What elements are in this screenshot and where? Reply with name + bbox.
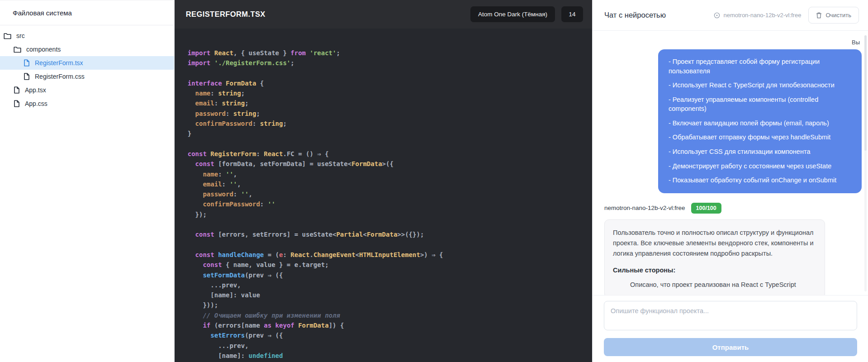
chat-scrollbar	[864, 35, 867, 291]
assistant-meta-row: nemotron-nano-12b-v2-vl:free 100/100	[604, 203, 862, 214]
code-line: });	[188, 210, 583, 219]
file-label: src	[16, 32, 25, 39]
file-explorer-header: Файловая система	[0, 0, 174, 25]
user-label: Вы	[604, 39, 860, 46]
model-indicator: nemotron-nano-12b-v2-vl:free	[714, 12, 801, 19]
file-icon	[24, 59, 30, 67]
folder-icon	[14, 46, 21, 53]
code-line: ...prev,	[188, 341, 583, 351]
editor-header: REGISTERFORM.TSX Atom One Dark (Тёмная) …	[175, 0, 592, 29]
status-circle-icon	[714, 12, 720, 19]
code-line: setErrors(prev ⇒ ({	[188, 330, 583, 340]
theme-select[interactable]: Atom One Dark (Тёмная)	[470, 6, 555, 22]
chat-scrollbar-thumb[interactable]	[864, 35, 867, 151]
chat-messages: Вы - Проект представляет собой форму рег…	[593, 31, 868, 295]
code-line: const handleChange = (e: React.ChangeEve…	[188, 250, 583, 260]
file-icon	[24, 73, 30, 80]
code-line: password: '',	[188, 189, 583, 199]
user-message-line: - Использует React с TypeScript для типо…	[669, 81, 853, 90]
score-badge: 100/100	[691, 203, 721, 214]
app-root: Файловая система srccomponentsRegisterFo…	[0, 0, 868, 362]
folder-icon	[4, 33, 11, 39]
code-line: }	[188, 129, 583, 138]
code-area[interactable]: import React, { useState } from 'react';…	[175, 29, 592, 362]
assistant-paragraph: Пользователь точно и полностью описал ст…	[613, 228, 816, 259]
chat-title: Чат с нейросетью	[604, 11, 666, 19]
user-message-line: - Проект представляет собой форму регист…	[669, 57, 853, 76]
user-message-line: - Включает валидацию полей формы (email,…	[669, 119, 853, 128]
sidebar-item-components[interactable]: components	[0, 43, 174, 56]
chat-input[interactable]	[604, 301, 857, 330]
code-line: ...prev,	[188, 280, 583, 290]
trash-icon	[816, 12, 822, 19]
code-line: const { name, value } = e.target;	[188, 260, 583, 270]
file-icon	[14, 86, 20, 94]
code-line: interface FormData {	[188, 78, 583, 88]
clear-chat-button[interactable]: Очистить	[808, 7, 859, 24]
code-line	[188, 68, 583, 78]
font-size-input[interactable]: 14	[561, 6, 583, 22]
model-name-header: nemotron-nano-12b-v2-vl:free	[723, 12, 801, 19]
file-tree: srccomponentsRegisterForm.tsxRegisterFor…	[0, 25, 174, 110]
code-line	[188, 219, 583, 229]
sidebar-item-src[interactable]: src	[0, 29, 174, 43]
file-label: App.css	[25, 100, 47, 107]
code-line: confirmPassword: string;	[188, 119, 583, 129]
send-button[interactable]: Отправить	[604, 338, 857, 356]
assistant-point: Описано, что проект реализован на React …	[613, 280, 816, 290]
user-message-line: - Демонстрирует работу с состоянием чере…	[669, 162, 853, 171]
editor-controls: Atom One Dark (Тёмная) 14	[470, 6, 583, 22]
code-line: // Очищаем ошибку при изменении поля	[188, 310, 583, 320]
code-line: const RegisterForm: React.FC = () ⇒ {	[188, 149, 583, 159]
code-line: import './RegisterForm.css';	[188, 58, 583, 68]
code-line	[188, 139, 583, 149]
code-line: import React, { useState } from 'react';	[188, 48, 583, 58]
code-line: const [errors, setErrors] = useState<Par…	[188, 229, 583, 239]
file-label: RegisterForm.tsx	[35, 59, 83, 67]
code-line: if (errors[name as keyof FormData]) {	[188, 320, 583, 330]
code-editor-panel: REGISTERFORM.TSX Atom One Dark (Тёмная) …	[175, 0, 592, 362]
clear-chat-label: Очистить	[825, 12, 851, 19]
file-label: App.tsx	[25, 86, 46, 94]
file-label: components	[26, 46, 61, 53]
user-message-line: - Реализует управляемые компоненты (cont…	[669, 95, 853, 114]
code-line: email: '',	[188, 179, 583, 189]
sidebar-item-App.tsx[interactable]: App.tsx	[0, 83, 174, 97]
code-line: password: string;	[188, 109, 583, 119]
chat-composer: Отправить	[593, 295, 868, 362]
code-line	[188, 240, 583, 250]
code-line: }));	[188, 300, 583, 310]
code-line: setFormData(prev ⇒ ({	[188, 270, 583, 280]
user-message-line: - Показывает обработку событий onChange …	[669, 176, 853, 185]
file-explorer-title: Файловая система	[13, 9, 72, 17]
user-message-line: - Использует CSS для стилизации компонен…	[669, 147, 853, 157]
chat-header: Чат с нейросетью nemotron-nano-12b-v2-vl…	[593, 0, 868, 31]
code-line: [name]: undefined	[188, 351, 583, 361]
file-explorer-panel: Файловая система srccomponentsRegisterFo…	[0, 0, 175, 362]
assistant-heading: Сильные стороны:	[613, 265, 816, 276]
chat-panel: Чат с нейросетью nemotron-nano-12b-v2-vl…	[592, 0, 868, 362]
file-label: RegisterForm.css	[35, 73, 85, 80]
editor-filename: REGISTERFORM.TSX	[186, 10, 266, 19]
sidebar-item-RegisterForm.css[interactable]: RegisterForm.css	[0, 70, 174, 83]
assistant-message: Пользователь точно и полностью описал ст…	[604, 219, 825, 295]
code-line: confirmPassword: ''	[188, 199, 583, 209]
sidebar-item-RegisterForm.tsx[interactable]: RegisterForm.tsx	[0, 56, 174, 70]
sidebar-item-App.css[interactable]: App.css	[0, 97, 174, 110]
code-line: email: string;	[188, 98, 583, 108]
model-name-message: nemotron-nano-12b-v2-vl:free	[604, 205, 685, 211]
user-message-line: - Обрабатывает отправку формы через hand…	[669, 133, 853, 142]
file-icon	[14, 100, 20, 107]
user-message: - Проект представляет собой форму регист…	[658, 49, 862, 193]
code-line: const [formData, setFormData] = useState…	[188, 159, 583, 169]
code-line: name: string;	[188, 88, 583, 98]
code-line: [name]: value	[188, 290, 583, 300]
code-line: name: '',	[188, 169, 583, 179]
